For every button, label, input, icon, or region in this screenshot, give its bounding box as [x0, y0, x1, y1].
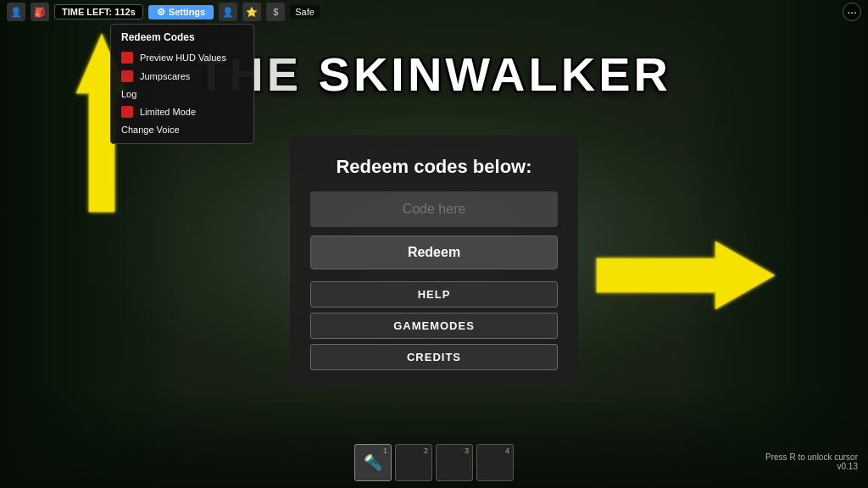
dropdown-label-change-voice: Change Voice — [121, 125, 180, 135]
press-r-text: Press R to unlock cursor v0.13 — [765, 452, 858, 471]
dropdown-label-jumpscares: Jumpscares — [140, 71, 190, 81]
toggle-hud-values[interactable] — [121, 52, 133, 64]
help-button[interactable]: HELP — [310, 281, 558, 308]
settings-button[interactable]: ⚙ Settings — [148, 5, 214, 19]
dropdown-item-log[interactable]: Log — [111, 86, 253, 103]
settings-label: Settings — [169, 7, 205, 17]
action-buttons: HELP GAMEMODES CREDITS — [310, 281, 558, 370]
gear-icon: ⚙ — [157, 7, 165, 18]
hud-icon-inventory[interactable]: 🎒 — [31, 3, 49, 21]
toggle-jumpscares[interactable] — [121, 70, 133, 82]
redeem-panel: Redeem codes below: Redeem HELP GAMEMODE… — [290, 136, 578, 387]
game-title: THE SKINWALKER — [197, 47, 671, 102]
press-r-label: Press R to unlock cursor — [765, 452, 858, 462]
dropdown-item-hud-values[interactable]: Preview HUD Values — [111, 48, 253, 67]
inv-slot-3[interactable]: 3 — [436, 444, 473, 481]
version-label: v0.13 — [765, 462, 858, 471]
redeem-button[interactable]: Redeem — [310, 236, 558, 269]
inv-slot-num-1: 1 — [383, 446, 387, 455]
dropdown-label-limited-mode: Limited Mode — [140, 107, 196, 117]
svg-marker-1 — [597, 241, 775, 309]
inventory-bar: 1 🔦 2 3 4 — [354, 444, 514, 481]
game-title-container: THE SKINWALKER — [197, 47, 671, 102]
top-hud: 👤 🎒 TIME LEFT: 112s ⚙ Settings 👤 ⭐ $ Saf… — [0, 0, 868, 24]
hud-icon-dollar[interactable]: $ — [266, 3, 285, 21]
time-left-display: TIME LEFT: 112s — [54, 4, 143, 19]
redeem-panel-title: Redeem codes below: — [310, 156, 558, 178]
inv-slot-4[interactable]: 4 — [476, 444, 514, 481]
dropdown-label-log: Log — [121, 89, 136, 99]
inv-slot-1[interactable]: 1 🔦 — [354, 444, 392, 481]
inv-slot-num-2: 2 — [424, 446, 428, 455]
title-skinwalker: SKINWALKER — [319, 47, 671, 101]
hud-icon-star[interactable]: ⭐ — [242, 3, 261, 21]
dropdown-title: Redeem Codes — [111, 30, 253, 48]
code-input[interactable] — [310, 191, 558, 227]
dropdown-item-jumpscares[interactable]: Jumpscares — [111, 67, 253, 86]
dropdown-label-hud-values: Preview HUD Values — [140, 53, 226, 63]
safe-label: Safe — [290, 5, 320, 19]
inv-slot-2[interactable]: 2 — [395, 444, 432, 481]
inv-slot-num-3: 3 — [465, 446, 469, 455]
hud-icon-person[interactable]: 👤 — [219, 3, 237, 21]
dropdown-item-limited-mode[interactable]: Limited Mode — [111, 103, 253, 121]
gamemodes-button[interactable]: GAMEMODES — [310, 313, 558, 339]
credits-button[interactable]: CREDITS — [310, 344, 558, 370]
arrow-right — [597, 225, 783, 360]
hud-icon-player[interactable]: 👤 — [7, 3, 25, 21]
toggle-limited-mode[interactable] — [121, 106, 133, 118]
inv-slot-icon-1: 🔦 — [364, 453, 382, 472]
inv-slot-num-4: 4 — [505, 446, 509, 455]
more-options-button[interactable]: ··· — [843, 3, 861, 21]
settings-dropdown: Redeem Codes Preview HUD Values Jumpscar… — [110, 24, 254, 144]
dropdown-item-change-voice[interactable]: Change Voice — [111, 121, 253, 138]
